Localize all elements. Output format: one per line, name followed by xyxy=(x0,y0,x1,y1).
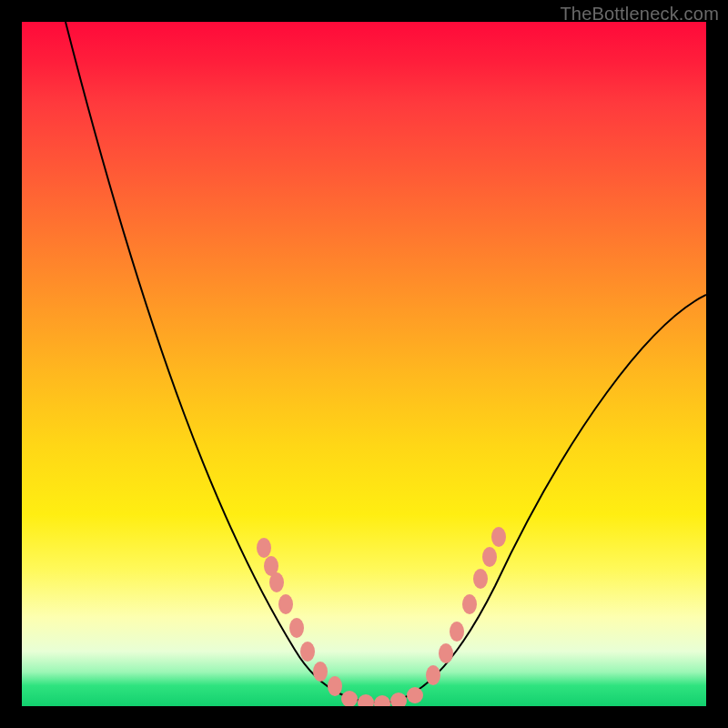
marker-dot xyxy=(426,665,440,685)
right-band-markers xyxy=(426,527,506,685)
marker-dot xyxy=(482,547,497,567)
marker-dot xyxy=(269,572,284,592)
chart-svg xyxy=(22,22,706,706)
marker-dot xyxy=(358,694,374,706)
marker-dot xyxy=(328,676,342,696)
marker-dot xyxy=(407,687,423,703)
marker-dot xyxy=(439,643,453,663)
marker-dot xyxy=(473,569,488,589)
marker-dot xyxy=(462,594,477,614)
valley-markers xyxy=(341,687,423,706)
marker-dot xyxy=(374,695,390,706)
marker-dot xyxy=(450,622,464,642)
watermark-text: TheBottleneck.com xyxy=(560,4,719,25)
marker-dot xyxy=(300,642,315,662)
marker-dot xyxy=(390,693,407,706)
marker-dot xyxy=(278,594,293,614)
marker-dot xyxy=(341,691,358,706)
chart-plot-area xyxy=(22,22,706,706)
marker-dot xyxy=(491,527,506,547)
left-band-markers xyxy=(257,538,342,696)
marker-dot xyxy=(257,538,271,558)
curve-layer xyxy=(66,22,706,703)
marker-dot xyxy=(289,618,304,638)
bottleneck-curve xyxy=(66,22,706,703)
marker-dot xyxy=(313,662,328,682)
